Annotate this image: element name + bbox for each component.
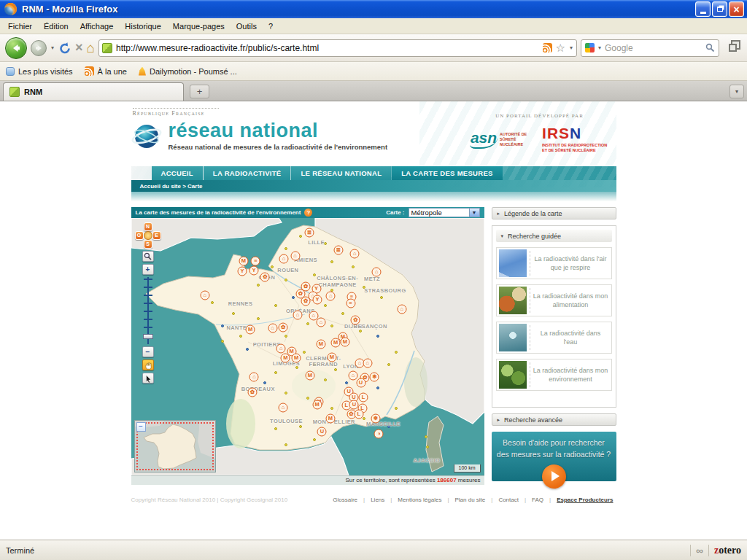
map-marker-M[interactable]: M xyxy=(246,324,255,334)
menu-affichage[interactable]: Affichage xyxy=(74,20,120,33)
link-mentions-legales[interactable]: Mentions légales xyxy=(387,497,444,503)
legend-accordion[interactable]: ▸ Légende de la carte xyxy=(492,207,616,219)
zoom-box-button[interactable] xyxy=(142,251,154,262)
url-bar[interactable]: http://www.mesure-radioactivite.fr/publi… xyxy=(98,39,577,57)
pan-north-button[interactable]: N xyxy=(144,222,152,231)
pan-tool-button[interactable] xyxy=(142,359,154,370)
map-marker-dome[interactable]: ⌂ xyxy=(279,402,288,412)
map-marker-U[interactable]: U xyxy=(317,427,327,436)
pan-south-button[interactable]: S xyxy=(144,240,152,249)
map-marker-factory[interactable]: ≣ xyxy=(304,228,314,237)
map-marker-meter[interactable]: ◑ xyxy=(374,429,384,439)
guided-item-air[interactable]: La radioactivité dans l'air que je respi… xyxy=(496,247,612,279)
map-marker-dome[interactable]: ⌂ xyxy=(279,254,289,264)
home-button[interactable]: ⌂ xyxy=(87,41,95,55)
breadcrumb[interactable]: Accueil du site > Carte xyxy=(131,180,616,192)
back-button[interactable] xyxy=(5,37,27,59)
map-marker-L[interactable]: L xyxy=(354,410,363,419)
list-all-tabs-button[interactable]: ▾ xyxy=(729,85,744,98)
menu-outils[interactable]: Outils xyxy=(231,20,263,33)
play-button[interactable] xyxy=(542,464,566,489)
tab-rnm[interactable]: RNM xyxy=(3,82,184,101)
menu-fichier[interactable]: Fichier xyxy=(2,20,38,33)
map-marker-barrel[interactable]: ≡ xyxy=(251,256,260,265)
search-input[interactable]: Google xyxy=(605,43,703,53)
carte-select[interactable]: Métropole ▼ xyxy=(409,208,480,217)
bookmark-a-la-une[interactable]: À la une xyxy=(85,66,127,76)
map-marker-snow[interactable]: ❄ xyxy=(370,373,379,382)
map-marker-U[interactable]: U xyxy=(356,378,365,388)
minimap-collapse-button[interactable]: − xyxy=(136,422,146,432)
map-marker-flask[interactable]: Y xyxy=(313,295,322,305)
search-icon[interactable] xyxy=(705,43,715,52)
map-marker-dome[interactable]: ⌂ xyxy=(290,251,300,260)
select-arrow-icon[interactable]: ▼ xyxy=(469,209,479,217)
map-marker-flower[interactable]: ✿ xyxy=(260,273,270,282)
compass-center[interactable] xyxy=(144,231,152,240)
help-banner[interactable]: Besoin d'aide pour rechercher des mesure… xyxy=(492,432,616,481)
map-marker-dome[interactable]: ⌂ xyxy=(200,291,209,300)
zoom-out-button[interactable]: − xyxy=(142,346,154,357)
map-marker-factory[interactable]: ≣ xyxy=(333,245,343,254)
map-marker-dome[interactable]: ⌂ xyxy=(268,324,277,333)
pan-west-button[interactable]: O xyxy=(135,231,144,240)
menu-historique[interactable]: Historique xyxy=(119,20,167,33)
map-marker-barrel[interactable]: ≡ xyxy=(346,299,355,308)
map-marker-dome[interactable]: ⌂ xyxy=(316,317,325,327)
map-marker-dome[interactable]: ⌂ xyxy=(372,267,382,276)
guided-item-eau[interactable]: La radioactivité dans l'eau xyxy=(496,322,612,354)
map-marker-M[interactable]: M xyxy=(305,370,314,380)
zotero-button[interactable]: zotero xyxy=(714,545,741,556)
select-tool-button[interactable] xyxy=(142,373,154,384)
nav-reseau-national[interactable]: LE RÉSEAU NATIONAL xyxy=(291,166,391,180)
link-faq[interactable]: FAQ xyxy=(522,497,546,503)
map-marker-dome[interactable]: ⌂ xyxy=(397,304,406,314)
overview-minimap[interactable]: − xyxy=(134,420,216,472)
map-marker-M[interactable]: M xyxy=(292,354,301,363)
map-marker-flask[interactable]: Y xyxy=(249,266,258,276)
map-marker-dome[interactable]: ⌂ xyxy=(363,358,372,368)
map-help-icon[interactable]: ? xyxy=(304,209,312,217)
restore-button[interactable] xyxy=(712,1,727,17)
new-tab-button[interactable]: + xyxy=(190,85,209,98)
engine-dropdown[interactable]: ▾ xyxy=(597,44,602,51)
rss-icon[interactable] xyxy=(543,43,552,52)
link-glossaire[interactable]: Glossaire xyxy=(330,497,360,503)
advanced-search-accordion[interactable]: ▸ Recherche avancée xyxy=(492,413,616,426)
map-marker-M[interactable]: M xyxy=(340,338,349,347)
bookmark-star-icon[interactable]: ☆ xyxy=(556,42,565,53)
map-marker-dome[interactable]: ⌂ xyxy=(348,371,357,381)
nav-accueil[interactable]: ACCUEIL xyxy=(152,166,203,180)
minimize-button[interactable] xyxy=(695,1,711,17)
map-marker-M[interactable]: M xyxy=(325,413,335,423)
irsn-logo[interactable]: IRSN INSTITUT DE RADIOPROTECTION ET DE S… xyxy=(542,125,609,153)
close-button[interactable]: × xyxy=(729,1,744,17)
menu-help[interactable]: ? xyxy=(263,20,279,33)
map-marker-flower[interactable]: ✿ xyxy=(247,387,257,397)
map-marker-flask[interactable]: Y xyxy=(237,266,247,276)
map-marker-dome[interactable]: ⌂ xyxy=(276,343,286,353)
guided-search-accordion[interactable]: ▾ Recherche guidée xyxy=(496,230,612,242)
nav-radioactivite[interactable]: LA RADIOACTIVITÉ xyxy=(204,166,291,180)
map-canvas[interactable]: LILLEAMIENSROUENCAENCHÂLONS-EN-CHAMPAGNE… xyxy=(131,218,484,485)
google-engine-icon[interactable] xyxy=(585,43,595,52)
map-marker-flower[interactable]: ✿ xyxy=(279,322,288,332)
link-espace-producteurs[interactable]: Espace Producteurs xyxy=(546,497,616,503)
menu-edition[interactable]: Édition xyxy=(38,20,74,33)
guided-item-environnement[interactable]: La radioactivité dans mon environnement xyxy=(496,359,612,391)
map-marker-snow[interactable]: ❄ xyxy=(371,413,380,423)
map-marker-M[interactable]: M xyxy=(312,400,322,410)
map-marker-flower[interactable]: ✿ xyxy=(301,296,311,306)
map-marker-M[interactable]: M xyxy=(239,257,248,266)
site-title[interactable]: réseau national xyxy=(169,121,388,141)
url-text[interactable]: http://www.mesure-radioactivite.fr/publi… xyxy=(116,43,539,53)
stop-button[interactable]: × xyxy=(75,40,83,55)
history-dropdown[interactable]: ▾ xyxy=(50,44,55,51)
map-marker-M[interactable]: M xyxy=(281,354,290,363)
bookmark-most-visited[interactable]: Les plus visités xyxy=(6,67,73,76)
link-plan-du-site[interactable]: Plan du site xyxy=(444,497,488,503)
pan-east-button[interactable]: E xyxy=(152,231,161,240)
guided-item-alimentation[interactable]: La radioactivité dans mon alimentation xyxy=(496,284,612,316)
reload-button[interactable] xyxy=(58,42,71,55)
map-marker-M[interactable]: M xyxy=(316,339,325,349)
